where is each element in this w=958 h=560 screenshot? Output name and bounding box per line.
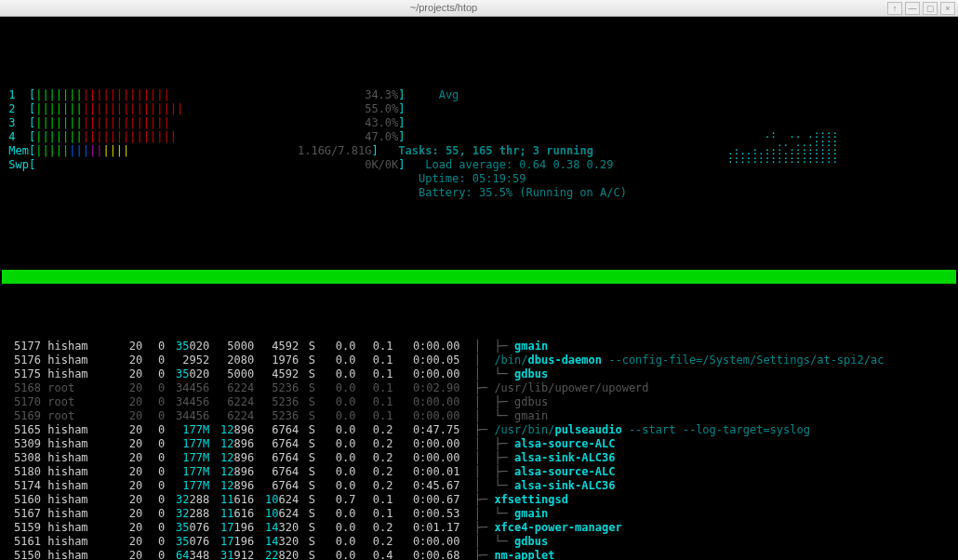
process-row[interactable]: 5174 hisham200177M128966764 S0.00.20:45.…: [2, 479, 956, 493]
process-row[interactable]: 5175 hisham2003502050004592 S0.00.10:00.…: [2, 367, 956, 381]
terminal[interactable]: 1 [|||||||||||||||||||| 34.3%] Avg 2 [||…: [0, 17, 958, 560]
load-line: Load average: 0.64 0.38 0.29: [425, 158, 613, 171]
battery-line: Battery: 35.5% (Running on A/C): [419, 186, 627, 199]
col-user[interactable]: USER: [47, 284, 113, 298]
process-row[interactable]: 5309 hisham200177M128966764 S0.00.20:00.…: [2, 437, 956, 451]
process-header[interactable]: PID USERPRINIVIRTRESSHR SCPU%MEM%TIME+Co…: [2, 270, 956, 284]
col-ni[interactable]: NI: [142, 284, 165, 298]
process-row[interactable]: 5165 hisham200177M128966764 S0.00.20:47.…: [2, 423, 956, 437]
process-row[interactable]: 5161 hisham200350761719614320 S0.00.20:0…: [2, 535, 956, 549]
window-min-icon[interactable]: —: [905, 2, 920, 15]
col-res[interactable]: RES: [209, 284, 254, 298]
process-row[interactable]: 5169 root2003445662245236 S0.00.10:00.00…: [2, 409, 956, 423]
process-row[interactable]: 5176 hisham200295220801976 S0.00.10:00.0…: [2, 353, 956, 367]
process-row[interactable]: 5159 hisham200350761719614320 S0.00.20:0…: [2, 521, 956, 535]
col-virt[interactable]: VIRT: [165, 284, 209, 298]
process-row[interactable]: 5160 hisham200322881161610624 S0.70.10:0…: [2, 493, 956, 507]
window-titlebar: ~/projects/htop ↑ — ▢ ×: [0, 0, 958, 17]
col-time[interactable]: TIME+: [393, 284, 459, 298]
meters-area: 1 [|||||||||||||||||||| 34.3%] Avg 2 [||…: [2, 74, 956, 214]
col-cmd[interactable]: Command: [459, 284, 514, 297]
window-max-icon[interactable]: ▢: [923, 2, 938, 15]
col-cpu[interactable]: CPU%: [318, 284, 355, 298]
process-list[interactable]: 5177 hisham2003502050004592 S0.00.10:00.…: [2, 340, 956, 560]
window-up-icon[interactable]: ↑: [887, 2, 902, 15]
col-pid[interactable]: PID: [2, 284, 41, 298]
process-row[interactable]: 5170 root2003445662245236 S0.00.10:00.00…: [2, 395, 956, 409]
window-title: ~/projects/htop: [0, 1, 887, 15]
tasks-line: Tasks: 55, 165 thr; 3 running: [398, 144, 593, 157]
process-row[interactable]: 5180 hisham200177M128966764 S0.00.20:00.…: [2, 465, 956, 479]
process-row[interactable]: 5168 root2003445662245236 S0.00.10:02.90…: [2, 381, 956, 395]
col-mem[interactable]: MEM%: [355, 284, 393, 298]
avg-label: Avg: [439, 88, 459, 101]
process-row[interactable]: 5177 hisham2003502050004592 S0.00.10:00.…: [2, 340, 956, 353]
col-pri[interactable]: PRI: [113, 284, 142, 298]
col-shr[interactable]: SHR: [254, 284, 299, 298]
process-row[interactable]: 5150 hisham200643483191222820 S0.00.40:0…: [2, 549, 956, 560]
process-row[interactable]: 5167 hisham200322881161610624 S0.00.10:0…: [2, 507, 956, 521]
col-state[interactable]: S: [305, 284, 318, 298]
uptime-line: Uptime: 05:19:59: [419, 172, 526, 185]
cpu-graph-icon: .: .. .:::: .. ...::::.:..:.:::.::::::::…: [727, 130, 838, 164]
window-close-icon[interactable]: ×: [940, 2, 955, 15]
process-row[interactable]: 5308 hisham200177M128966764 S0.00.20:00.…: [2, 451, 956, 465]
